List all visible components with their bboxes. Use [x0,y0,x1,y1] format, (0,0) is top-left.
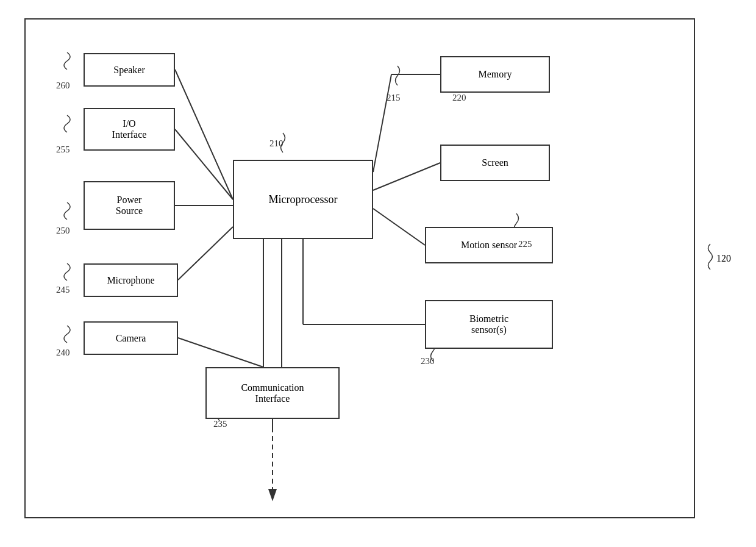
io-interface-block: I/OInterface [84,108,175,151]
svg-line-8 [373,209,425,245]
microphone-block: Microphone [84,263,178,297]
motion-sensor-block: Motion sensor [425,227,553,263]
label-220: 220 [452,93,466,103]
diagram-container: Speaker I/OInterface PowerSource Microph… [24,18,695,518]
svg-line-1 [175,129,233,199]
svg-line-5 [373,74,391,172]
power-source-block: PowerSource [84,181,175,230]
comm-interface-block: CommunicationInterface [205,367,340,419]
label-215: 215 [387,93,401,103]
squiggle-120 [701,241,719,271]
label-225: 225 [518,239,532,249]
microprocessor-block: Microprocessor [233,160,373,239]
speaker-block: Speaker [84,53,175,87]
svg-line-4 [178,338,263,367]
label-255: 255 [56,145,70,155]
label-210: 210 [269,138,284,149]
svg-marker-13 [268,489,277,501]
memory-block: Memory [440,56,550,93]
biometric-sensor-block: Biometricsensor(s) [425,300,553,349]
label-250: 250 [56,226,70,236]
svg-line-0 [175,70,233,199]
label-260: 260 [56,80,70,91]
camera-block: Camera [84,321,178,355]
screen-block: Screen [440,145,550,181]
svg-line-7 [373,163,440,190]
svg-line-3 [178,227,233,280]
label-245: 245 [56,285,70,295]
label-230: 230 [421,356,435,366]
label-235: 235 [213,419,227,429]
label-240: 240 [56,348,70,358]
